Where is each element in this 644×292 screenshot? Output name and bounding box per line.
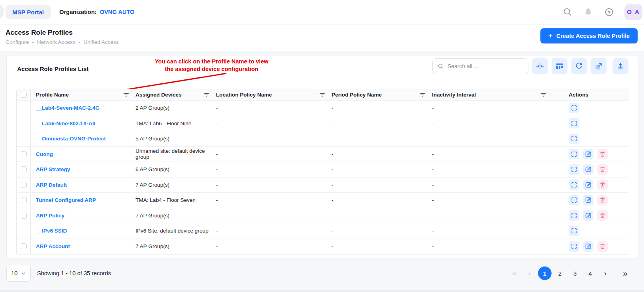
list-footer: 10 Showing 1 - 10 of 35 records « ‹ 1234… (6, 262, 632, 284)
toolbar (532, 58, 628, 74)
pagination-page-1-current[interactable]: 1 (538, 266, 552, 280)
location-policy-cell: - (216, 213, 332, 219)
delete-row-button[interactable] (597, 210, 608, 221)
profile-name-link[interactable]: Cuong (36, 151, 53, 157)
msp-portal-button[interactable]: MSP Portal (6, 5, 51, 19)
select-all-checkbox[interactable] (21, 92, 27, 98)
expand-row-button[interactable] (569, 164, 579, 175)
pagination-page-4[interactable]: 4 (583, 266, 597, 280)
column-header-actions: Actions (553, 92, 629, 98)
pagination-prev-button[interactable]: ‹ (523, 266, 536, 280)
row-checkbox[interactable] (21, 243, 27, 249)
expand-row-button[interactable] (569, 195, 579, 205)
profile-name-link[interactable]: __IPv6 SSID (36, 228, 67, 234)
filter-icon[interactable] (318, 91, 326, 99)
search-input[interactable] (448, 63, 523, 69)
period-policy-cell: - (332, 243, 432, 249)
profile-name-link[interactable]: ARP Default (36, 182, 67, 188)
expand-row-button[interactable] (569, 226, 579, 236)
organization-value-link[interactable]: OVNG AUTO (100, 9, 134, 15)
expand-icon (571, 166, 577, 173)
expand-row-button[interactable] (569, 149, 579, 159)
columns-button[interactable] (552, 58, 567, 74)
filter-icon[interactable] (203, 91, 210, 99)
expand-row-button[interactable] (569, 134, 579, 144)
row-checkbox[interactable] (21, 166, 27, 172)
row-checkbox[interactable] (21, 151, 27, 157)
delete-icon (599, 212, 606, 219)
pagination-page-2[interactable]: 2 (553, 266, 567, 280)
filter-icon[interactable] (540, 91, 547, 99)
expand-row-button[interactable] (569, 103, 579, 113)
location-policy-cell: - (216, 136, 332, 142)
search-icon[interactable] (562, 7, 573, 17)
create-button-label: Create Access Role Profile (556, 33, 630, 39)
create-access-role-profile-button[interactable]: + Create Access Role Profile (540, 28, 638, 43)
period-policy-cell-value: - (332, 105, 334, 111)
edit-row-button[interactable] (583, 210, 593, 221)
row-checkbox[interactable] (21, 213, 27, 219)
expand-row-button[interactable] (569, 210, 579, 221)
profile-name-link[interactable]: __Lab6-Nine-802.1X-All (36, 120, 95, 126)
refresh-button[interactable] (571, 58, 587, 74)
profile-name-link[interactable]: __Omnivista-OVNG-Protect (36, 136, 106, 142)
actions-cell (553, 134, 629, 144)
breadcrumb-item[interactable]: Configure (6, 39, 29, 45)
edit-row-button[interactable] (583, 195, 593, 205)
inactivity-interval-cell-value: - (432, 105, 434, 111)
profile-name-link[interactable]: ARP Policy (36, 213, 65, 219)
open-external-button[interactable] (591, 58, 607, 74)
expand-icon (571, 105, 577, 111)
edit-icon (585, 243, 592, 250)
delete-row-button[interactable] (597, 180, 608, 190)
user-avatar[interactable]: O A (624, 4, 642, 20)
expand-icon (571, 197, 577, 203)
table-row: ARP Account7 AP Group(s)--- (17, 239, 629, 255)
profile-name-link[interactable]: __Lab4-Seven-MAC-2.4G (36, 105, 100, 111)
row-checkbox-cell (17, 101, 31, 116)
page-size-select[interactable]: 10 (6, 265, 31, 282)
row-checkbox-cell (17, 178, 31, 193)
edit-row-button[interactable] (583, 164, 593, 175)
expand-icon (571, 151, 577, 158)
delete-row-button[interactable] (597, 149, 608, 159)
row-checkbox[interactable] (21, 197, 27, 203)
pagination-next-button[interactable]: › (599, 266, 612, 280)
profile-name-link[interactable]: ARP Strategy (36, 166, 70, 172)
filter-icon[interactable] (122, 91, 130, 99)
pagination-page-3[interactable]: 3 (568, 266, 582, 280)
edit-row-button[interactable] (583, 180, 593, 190)
collapse-columns-button[interactable] (532, 58, 548, 74)
profile-name-link[interactable]: ARP Account (36, 243, 70, 249)
help-icon[interactable]: ? (604, 7, 614, 17)
delete-row-button[interactable] (597, 241, 608, 252)
assigned-devices-cell-value: 7 AP Group(s) (135, 182, 169, 188)
period-policy-cell-value: - (332, 151, 334, 157)
edit-row-button[interactable] (583, 241, 593, 252)
breadcrumb-item[interactable]: Network Access (37, 39, 75, 45)
edit-row-button[interactable] (583, 149, 593, 159)
edit-icon (585, 151, 592, 158)
pagination-first-button[interactable]: « (508, 266, 521, 280)
export-button[interactable] (613, 58, 628, 74)
expand-row-button[interactable] (569, 241, 579, 252)
table-row: ARP Policy7 AP Group(s)--- (17, 208, 629, 224)
inactivity-interval-cell-value: - (432, 228, 434, 234)
row-checkbox[interactable] (21, 182, 27, 188)
expand-row-button[interactable] (569, 118, 579, 128)
filter-icon[interactable] (419, 91, 426, 99)
assigned-devices-cell: 7 AP Group(s) (135, 243, 216, 249)
period-policy-cell: - (332, 213, 432, 219)
profile-name-link[interactable]: Tunnel Configured ARP (36, 197, 96, 203)
location-policy-cell-value: - (216, 213, 218, 219)
location-policy-cell-value: - (216, 182, 218, 188)
notifications-bell-icon[interactable] (583, 7, 593, 17)
expand-row-button[interactable] (569, 180, 579, 190)
delete-row-button[interactable] (597, 195, 608, 205)
page-title: Access Role Profiles (6, 29, 119, 37)
breadcrumb-item[interactable]: Unified Access (84, 39, 119, 45)
inactivity-interval-cell-value: - (432, 136, 434, 142)
pagination-last-button[interactable]: » (618, 266, 632, 280)
delete-row-button[interactable] (597, 164, 608, 175)
pagination: « ‹ 1234 › » (508, 266, 632, 280)
